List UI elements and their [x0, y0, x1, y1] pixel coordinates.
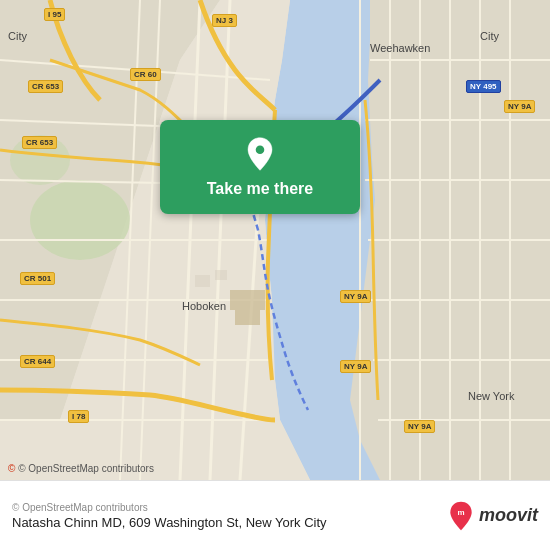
- route-ny9a2-label: NY 9A: [340, 290, 371, 303]
- location-address: Natasha Chinn MD, 609 Washington St, New…: [12, 515, 447, 530]
- svg-point-5: [30, 180, 130, 260]
- svg-text:m: m: [457, 508, 464, 517]
- location-info: © OpenStreetMap contributors Natasha Chi…: [12, 502, 447, 530]
- map-container: I 95 CR 653 CR 653 CR 60 CR 501 CR 644 I…: [0, 0, 550, 480]
- route-cr653a-label: CR 653: [28, 80, 63, 93]
- route-cr501-label: CR 501: [20, 272, 55, 285]
- weehawken-label: Weehawken: [370, 42, 430, 54]
- route-ny9a3-label: NY 9A: [340, 360, 371, 373]
- hoboken-label: Hoboken: [182, 300, 226, 312]
- osm-attribution: © © OpenStreetMap contributors: [8, 463, 154, 474]
- copyright-text: © OpenStreetMap contributors: [12, 502, 447, 513]
- city-label-right: City: [480, 30, 499, 42]
- svg-rect-32: [230, 290, 265, 310]
- svg-rect-33: [235, 310, 260, 325]
- svg-rect-34: [195, 275, 210, 287]
- route-nj3-label: NJ 3: [212, 14, 237, 27]
- route-ny9a1-label: NY 9A: [504, 100, 535, 113]
- route-cr653b-label: CR 653: [22, 136, 57, 149]
- take-me-there-button[interactable]: Take me there: [160, 120, 360, 214]
- bottom-info-bar: © OpenStreetMap contributors Natasha Chi…: [0, 480, 550, 550]
- city-label-left: City: [8, 30, 27, 42]
- route-ny9a4-label: NY 9A: [404, 420, 435, 433]
- svg-rect-35: [215, 270, 227, 280]
- route-i78-label: I 78: [68, 410, 89, 423]
- newyork-label: New York: [468, 390, 514, 402]
- moovit-logo: m moovit: [447, 500, 538, 532]
- map-svg: [0, 0, 550, 480]
- moovit-brand-name: moovit: [479, 505, 538, 526]
- cta-button-label: Take me there: [207, 180, 313, 198]
- route-ny495-label: NY 495: [466, 80, 501, 93]
- route-cr644-label: CR 644: [20, 355, 55, 368]
- route-i95-label: I 95: [44, 8, 65, 21]
- route-cr601-label: CR 60: [130, 68, 161, 81]
- svg-point-36: [256, 145, 265, 154]
- location-pin-icon: [242, 136, 278, 172]
- moovit-pin-icon: m: [447, 500, 475, 532]
